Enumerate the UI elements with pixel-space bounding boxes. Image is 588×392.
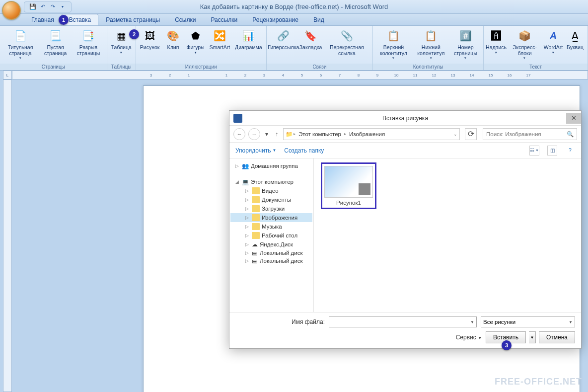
horizontal-ruler[interactable]: 3211234567891011121314151617 xyxy=(12,71,588,79)
group-illustrations: 🖼Рисунок 🎨Клип ⬟Фигуры▾ 🔀SmartArt 📊Диагр… xyxy=(136,26,267,70)
blank-page-button[interactable]: 📃Пустая страница xyxy=(40,27,71,57)
filter-combo[interactable]: Все рисунки▼ xyxy=(481,316,575,327)
annotation-1: 1 xyxy=(59,15,69,25)
dialog-icon xyxy=(233,114,242,123)
tree-images[interactable]: ▷Изображения xyxy=(230,213,312,222)
tree-thispc[interactable]: ◢💻Этот компьютер xyxy=(230,177,312,186)
recent-dropdown-icon[interactable]: ▾ xyxy=(263,131,270,138)
qat-dropdown-icon[interactable]: ▼ xyxy=(59,3,66,10)
textbox-button[interactable]: 🅰Надпись▾ xyxy=(486,27,507,56)
wordart-button[interactable]: AWordArt▾ xyxy=(543,27,564,56)
preview-pane-button[interactable]: ◫ xyxy=(547,146,557,156)
blank-page-icon: 📃 xyxy=(48,28,64,44)
smartart-icon: 🔀 xyxy=(212,28,227,44)
quickparts-icon: 📦 xyxy=(516,28,532,44)
folder-icon xyxy=(252,196,260,203)
filename-label: Имя файла: xyxy=(235,318,325,325)
redo-icon[interactable]: ↷ xyxy=(49,3,56,10)
dialog-toolbar: Упорядочить▼ Создать папку ☷▼ ◫ ? xyxy=(229,143,581,158)
quickparts-button[interactable]: 📦Экспресс-блоки▾ xyxy=(508,27,542,61)
address-dropdown-icon[interactable]: ⌄ xyxy=(453,132,457,137)
tree-downloads[interactable]: ▷Загрузки xyxy=(230,204,312,213)
tab-layout[interactable]: Разметка страницы xyxy=(98,14,167,25)
tree-documents[interactable]: ▷Документы xyxy=(230,195,312,204)
search-box[interactable]: 🔍 xyxy=(483,128,577,140)
file-list[interactable]: Рисунок1 xyxy=(314,158,581,312)
clip-button[interactable]: 🎨Клип xyxy=(162,27,183,52)
folder-icon xyxy=(252,205,260,212)
file-item[interactable]: Рисунок1 xyxy=(321,162,376,209)
crossref-button[interactable]: 📎Перекрестная ссылка xyxy=(323,27,370,57)
page-break-icon: 📑 xyxy=(80,28,96,44)
header-button[interactable]: 📋Верхний колонтитул▾ xyxy=(375,27,412,61)
up-button[interactable]: ↑ xyxy=(273,131,280,138)
ruler-corner[interactable]: L xyxy=(3,71,12,79)
folder-icon: 📁 xyxy=(286,131,293,138)
tab-references[interactable]: Ссылки xyxy=(167,14,203,25)
undo-icon[interactable]: ↶ xyxy=(39,3,46,10)
pagenumber-icon: #️⃣ xyxy=(457,28,473,44)
back-button[interactable]: ← xyxy=(233,128,245,140)
chart-button[interactable]: 📊Диаграмма xyxy=(233,27,264,52)
vertical-ruler[interactable] xyxy=(3,79,12,392)
tree-desktop[interactable]: ▷Рабочий стол xyxy=(230,231,312,240)
filename-combo[interactable]: ▼ xyxy=(329,316,477,327)
folder-icon xyxy=(252,187,260,194)
tree-localdisk-2[interactable]: ▷🖴Локальный диск xyxy=(230,257,312,265)
header-icon: 📋 xyxy=(385,28,401,44)
clip-icon: 🎨 xyxy=(165,28,181,44)
tree-localdisk-1[interactable]: ▷🖴Локальный диск xyxy=(230,249,312,257)
footer-button[interactable]: 📋Нижний колонтитул▾ xyxy=(413,27,449,61)
drive-icon: 🖴 xyxy=(252,258,258,264)
tab-home[interactable]: Главная xyxy=(24,14,62,25)
picture-button[interactable]: 🖼Рисунок xyxy=(138,27,162,52)
quick-access-toolbar: 💾 ↶ ↷ ▼ xyxy=(24,1,72,12)
close-button[interactable]: ✕ xyxy=(566,113,581,124)
smartart-button[interactable]: 🔀SmartArt xyxy=(208,27,232,52)
pagenumber-button[interactable]: #️⃣Номер страницы▾ xyxy=(450,27,481,61)
breadcrumb-images[interactable]: Изображения xyxy=(347,131,387,137)
refresh-button[interactable]: ⟳ xyxy=(465,128,477,140)
group-illustrations-label: Иллюстрации xyxy=(136,64,266,70)
folder-icon xyxy=(252,223,260,230)
chevron-down-icon: ▼ xyxy=(470,320,474,324)
bookmark-button[interactable]: 🔖Закладка xyxy=(299,27,322,52)
tree-yandexdisk[interactable]: ▷☁Яндекс.Диск xyxy=(230,240,312,249)
organize-button[interactable]: Упорядочить▼ xyxy=(235,147,276,154)
group-pages-label: Страницы xyxy=(0,64,107,70)
help-button[interactable]: ? xyxy=(565,146,575,156)
tab-review[interactable]: Рецензирование xyxy=(245,14,306,25)
newfolder-button[interactable]: Создать папку xyxy=(284,147,324,154)
page-break-button[interactable]: 📑Разрыв страницы xyxy=(72,27,105,57)
address-bar[interactable]: 📁 ▸ Этот компьютер ▸ Изображения ⌄ xyxy=(283,128,460,140)
service-label[interactable]: Сервис ▼ xyxy=(456,334,482,341)
insert-split-button[interactable]: ▼ xyxy=(529,331,536,343)
group-text: 🅰Надпись▾ 📦Экспресс-блоки▾ AWordArt▾ A̲Б… xyxy=(484,26,588,70)
cover-page-icon: 📄 xyxy=(12,28,28,44)
tree-video[interactable]: ▷Видео xyxy=(230,186,312,195)
cover-page-button[interactable]: 📄Титульная страница▾ xyxy=(2,27,39,61)
cancel-button[interactable]: Отмена xyxy=(539,331,575,343)
view-mode-button[interactable]: ☷▼ xyxy=(529,146,539,156)
annotation-2: 2 xyxy=(129,29,139,39)
shapes-button[interactable]: ⬟Фигуры▾ xyxy=(184,27,206,56)
ribbon-tabs: Главная Вставка Разметка страницы Ссылки… xyxy=(0,14,588,26)
folder-tree: ▷👥Домашняя группа ◢💻Этот компьютер ▷Виде… xyxy=(229,158,314,312)
bookmark-icon: 🔖 xyxy=(303,28,319,44)
wordart-icon: A xyxy=(545,28,561,44)
search-input[interactable] xyxy=(486,131,567,137)
dropcap-button[interactable]: A̲Буквиц xyxy=(565,27,586,52)
folder-icon xyxy=(252,232,260,239)
computer-icon: 💻 xyxy=(242,178,249,185)
tree-music[interactable]: ▷Музыка xyxy=(230,222,312,231)
save-icon[interactable]: 💾 xyxy=(29,3,36,10)
office-button[interactable] xyxy=(2,1,21,20)
file-name: Рисунок1 xyxy=(324,200,373,206)
group-pages: 📄Титульная страница▾ 📃Пустая страница 📑Р… xyxy=(0,26,107,70)
tree-homegroup[interactable]: ▷👥Домашняя группа xyxy=(230,161,312,170)
forward-button[interactable]: → xyxy=(248,128,260,140)
tab-mailings[interactable]: Рассылки xyxy=(203,14,245,25)
hyperlink-button[interactable]: 🔗Гиперссылка xyxy=(269,27,298,52)
breadcrumb-thispc[interactable]: Этот компьютер xyxy=(296,131,343,137)
tab-view[interactable]: Вид xyxy=(306,14,332,25)
